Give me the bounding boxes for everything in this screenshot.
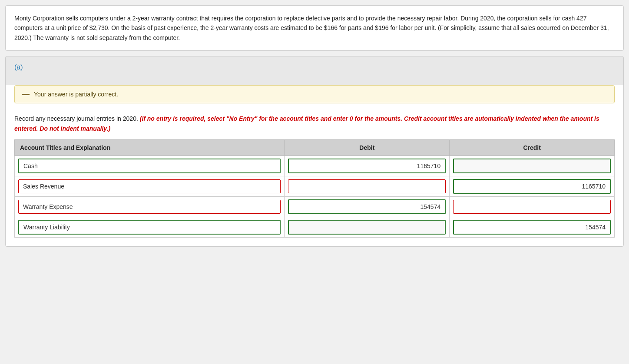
debit-input-3[interactable] (288, 220, 446, 235)
header-debit: Debit (285, 139, 450, 156)
page-wrapper: Monty Corporation sells computers under … (0, 0, 629, 364)
instructions: Record any necessary journal entries in … (6, 110, 623, 139)
table-header-row: Account Titles and Explanation Debit Cre… (15, 139, 615, 156)
debit-cell[interactable] (285, 156, 450, 176)
debit-input-0[interactable] (288, 159, 446, 173)
part-a-section: (a) Your answer is partially correct. Re… (5, 56, 624, 247)
banner-text: Your answer is partially correct. (34, 91, 118, 98)
credit-input-3[interactable] (453, 220, 611, 235)
table-row (15, 156, 615, 176)
account-cell[interactable] (15, 196, 285, 217)
debit-cell[interactable] (285, 217, 450, 237)
part-a-body: Your answer is partially correct. Record… (6, 85, 623, 246)
part-a-label: (a) (14, 63, 23, 71)
table-row (15, 196, 615, 217)
credit-cell[interactable] (450, 176, 615, 196)
credit-input-2[interactable] (453, 200, 611, 214)
journal-table-body (15, 156, 615, 237)
credit-cell[interactable] (450, 196, 615, 217)
debit-cell[interactable] (285, 176, 450, 196)
account-input-3[interactable] (18, 220, 281, 235)
account-cell[interactable] (15, 176, 285, 196)
table-row (15, 176, 615, 196)
account-input-1[interactable] (18, 179, 281, 193)
problem-text: Monty Corporation sells computers under … (14, 13, 615, 43)
account-cell[interactable] (15, 156, 285, 176)
partial-correct-banner: Your answer is partially correct. (14, 85, 615, 103)
dash-icon (22, 94, 30, 95)
journal-table: Account Titles and Explanation Debit Cre… (14, 139, 615, 238)
credit-cell[interactable] (450, 156, 615, 176)
problem-statement: Monty Corporation sells computers under … (5, 5, 624, 51)
debit-input-2[interactable] (288, 199, 446, 214)
header-account: Account Titles and Explanation (15, 139, 285, 156)
account-input-2[interactable] (18, 200, 281, 214)
debit-input-1[interactable] (288, 179, 446, 193)
credit-cell[interactable] (450, 217, 615, 237)
credit-input-1[interactable] (453, 179, 611, 194)
part-a-header: (a) (6, 56, 623, 78)
credit-input-0[interactable] (453, 159, 611, 173)
account-input-0[interactable] (18, 159, 281, 173)
journal-table-wrapper: Account Titles and Explanation Debit Cre… (6, 139, 623, 246)
header-credit: Credit (450, 139, 615, 156)
debit-cell[interactable] (285, 196, 450, 217)
instructions-normal: Record any necessary journal entries in … (14, 115, 138, 122)
account-cell[interactable] (15, 217, 285, 237)
table-row (15, 217, 615, 237)
